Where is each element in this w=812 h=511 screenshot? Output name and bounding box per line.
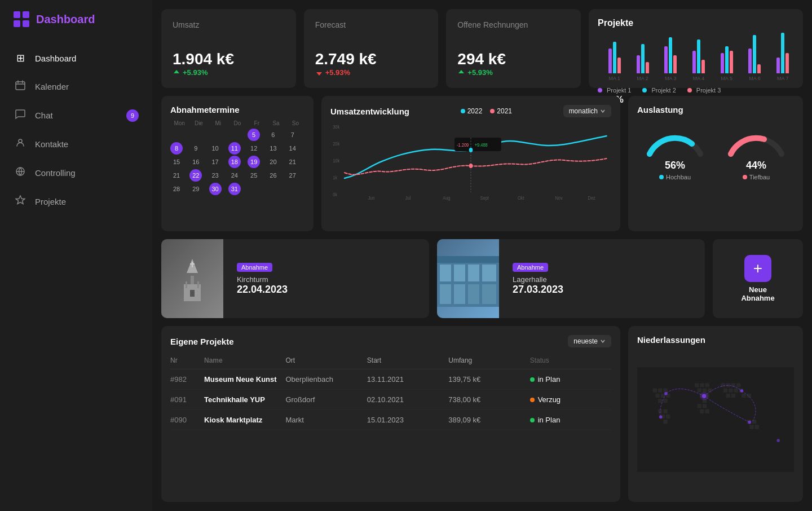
row-status: in Plan (530, 416, 611, 424)
dashboard-icon: ⊞ (14, 52, 27, 64)
svg-rect-84 (755, 425, 759, 429)
sidebar-item-dashboard[interactable]: ⊞ Dashboard (0, 44, 152, 72)
cal-day[interactable]: 20 (267, 156, 279, 168)
svg-rect-74 (729, 388, 732, 392)
cal-day[interactable]: 12 (248, 142, 260, 155)
svg-rect-44 (700, 383, 704, 387)
table-row[interactable]: #090 Kiosk Marktplatz Markt 15.01.2023 3… (170, 410, 611, 430)
svg-point-3 (19, 139, 22, 143)
svg-rect-58 (663, 388, 667, 392)
abnahme-lagerhalle[interactable]: Abnahme Lagerhalle 27.03.2023 (437, 239, 705, 318)
bar (757, 64, 761, 73)
cal-day[interactable]: 18 (228, 156, 241, 168)
sidebar-item-kalender[interactable]: Kalender (0, 72, 152, 101)
cal-day[interactable]: 17 (209, 156, 222, 168)
cal-day[interactable]: 9 (189, 142, 202, 155)
status-dot-green (530, 377, 535, 382)
svg-rect-43 (695, 383, 699, 387)
proj-legend-label: Projekt 3 (696, 87, 721, 94)
cal-day[interactable]: 30 (209, 183, 222, 195)
cal-day[interactable]: 14 (286, 142, 299, 155)
bar (725, 46, 729, 73)
bar (753, 35, 756, 73)
chat-icon (14, 109, 27, 122)
cal-day[interactable]: 13 (267, 142, 279, 155)
row-name: Kiosk Marktplatz (204, 416, 285, 424)
logo-area: Dashboard (0, 11, 152, 44)
svg-text:Jul: Jul (405, 195, 411, 201)
table-row[interactable]: #091 Technikhalle YUP Großdorf 02.10.202… (170, 390, 611, 410)
chat-badge: 9 (126, 109, 139, 122)
bar (697, 39, 700, 73)
abnahme-info-lagerhalle: Abnahme Lagerhalle 27.03.2023 (507, 256, 569, 301)
cal-day[interactable]: 25 (248, 169, 260, 182)
sidebar-item-label: Kalender (35, 82, 69, 91)
sidebar-item-chat[interactable]: Chat 9 (0, 101, 152, 130)
gauge-pct-hochbau: 56% (665, 160, 685, 171)
svg-rect-72 (736, 383, 740, 387)
cal-day[interactable]: 21 (286, 156, 299, 168)
cal-day[interactable]: 5 (248, 129, 260, 141)
kpi-forecast: Forecast 2.749 k€ +5.93% (304, 9, 439, 88)
cal-day[interactable]: 11 (228, 142, 241, 155)
svg-rect-27 (190, 290, 195, 297)
sidebar-item-projekte[interactable]: Projekte (0, 187, 152, 216)
bar (701, 60, 705, 73)
bar (641, 44, 645, 73)
svg-rect-38 (454, 284, 465, 304)
cal-day[interactable]: 10 (209, 142, 222, 155)
table-row[interactable]: #982 Museum Neue Kunst Oberplienbach 13.… (170, 369, 611, 390)
svg-rect-37 (440, 284, 451, 304)
row-status: in Plan (530, 375, 611, 384)
kpi-value: 2.749 k€ (315, 50, 427, 68)
cal-day[interactable]: 7 (286, 129, 299, 141)
sidebar: Dashboard ⊞ Dashboard Kalender Chat 9 Ko… (0, 0, 152, 511)
cal-day[interactable]: 19 (248, 156, 260, 168)
cal-day[interactable]: 21 (170, 169, 183, 182)
bar (613, 42, 616, 73)
svg-point-22 (469, 164, 473, 168)
cal-day[interactable]: 27 (286, 169, 299, 182)
neue-abnahme-button[interactable]: + NeueAbnahme (713, 239, 803, 318)
cal-day[interactable]: 29 (189, 183, 202, 195)
svg-rect-53 (703, 404, 707, 408)
sidebar-item-controlling[interactable]: Controlling (0, 158, 152, 187)
cal-day[interactable]: 22 (189, 169, 202, 182)
svg-rect-28 (186, 281, 187, 288)
cal-day[interactable]: 28 (170, 183, 183, 195)
cal-day[interactable]: 6 (267, 129, 279, 141)
cal-day[interactable]: 8 (170, 142, 183, 155)
table-filter[interactable]: neueste (568, 335, 611, 347)
kpi-label: Umsatz (173, 20, 285, 29)
svg-text:Dez: Dez (588, 195, 595, 201)
row-name: Technikhalle YUP (204, 395, 285, 404)
abnahme-date: 27.03.2023 (513, 284, 563, 296)
status-dot-green (530, 418, 535, 422)
neue-abnahme-label: NeueAbnahme (741, 285, 774, 302)
svg-text:1k: 1k (333, 175, 338, 180)
chart-header: Umsatzentwicklung 2022 2021 monatlich (330, 105, 611, 117)
cal-day[interactable]: 24 (228, 169, 241, 182)
svg-rect-25 (191, 276, 194, 284)
cal-day[interactable]: 23 (209, 169, 222, 182)
svg-point-87 (740, 389, 744, 393)
abnahme-kirchturm[interactable]: Abnahme Kirchturm 22.04.2023 (161, 239, 429, 318)
svg-text:30k: 30k (333, 124, 340, 130)
svg-rect-69 (721, 383, 725, 387)
bar (617, 58, 621, 73)
svg-text:Aug: Aug (443, 195, 451, 201)
world-map (637, 349, 794, 490)
bar (730, 51, 733, 73)
svg-rect-36 (482, 265, 496, 281)
logo-icon (14, 11, 29, 27)
cal-day[interactable]: 15 (170, 156, 183, 168)
cal-day[interactable]: 31 (228, 183, 241, 195)
auslastung-title: Auslastung (637, 105, 794, 114)
row-ort: Oberplienbach (285, 375, 367, 384)
period-selector[interactable]: monatlich (563, 105, 611, 117)
col-nr-head: Nr (170, 356, 204, 364)
bar-label: MA 6 (749, 76, 761, 81)
sidebar-item-kontakte[interactable]: Kontakte (0, 130, 152, 158)
cal-day[interactable]: 26 (267, 169, 279, 182)
cal-day[interactable]: 16 (189, 156, 202, 168)
